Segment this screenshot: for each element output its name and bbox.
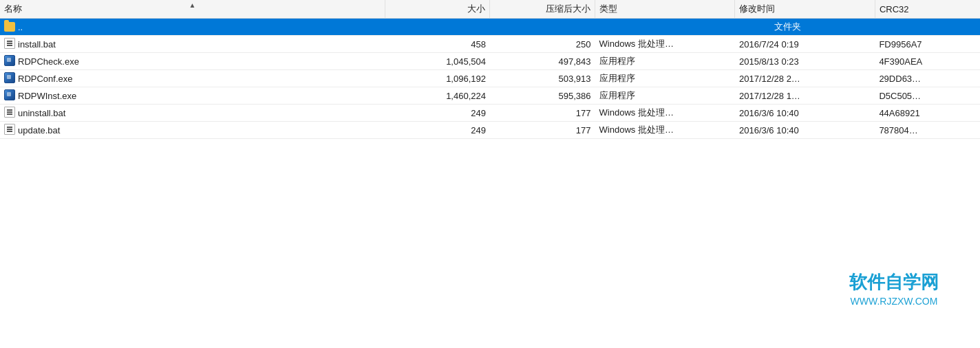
cell-type: 应用程序: [595, 87, 735, 105]
cell-type: Windows 批处理…: [595, 122, 735, 139]
file-list: ..文件夹install.bat458250Windows 批处理…2016/7…: [0, 19, 980, 139]
cell-crc: D5C505…: [875, 87, 980, 105]
col-header-size[interactable]: 大小: [385, 0, 490, 19]
cell-size: 1,460,224: [385, 87, 490, 105]
cell-name: RDPConf.exe: [0, 70, 385, 87]
cell-name: RDPCheck.exe: [0, 53, 385, 70]
cell-name: RDPWInst.exe: [0, 87, 385, 105]
table-row[interactable]: RDPWInst.exe1,460,224595,386应用程序2017/12/…: [0, 87, 980, 105]
cell-mtime: 2016/7/24 0:19: [735, 36, 875, 53]
table-row[interactable]: RDPConf.exe1,096,192503,913应用程序2017/12/2…: [0, 70, 980, 87]
bat-icon: [4, 107, 15, 118]
cell-mtime: 2016/3/6 10:40: [735, 105, 875, 122]
exe-icon: [4, 55, 15, 66]
cell-crc: FD9956A7: [875, 36, 980, 53]
cell-csize: 497,843: [490, 53, 595, 70]
cell-csize: 503,913: [490, 70, 595, 87]
cell-size: 458: [385, 36, 490, 53]
file-name: RDPCheck.exe: [18, 56, 79, 67]
cell-crc: 29DD63…: [875, 70, 980, 87]
bat-icon: [4, 124, 15, 135]
file-name: ..: [18, 22, 23, 32]
cell-csize: 595,386: [490, 87, 595, 105]
cell-type: 文件夹: [595, 19, 980, 36]
cell-name: uninstall.bat: [0, 105, 385, 122]
table-row[interactable]: ..文件夹: [0, 19, 980, 36]
cell-mtime: 2016/3/6 10:40: [735, 122, 875, 139]
cell-size: 249: [385, 122, 490, 139]
cell-csize: 250: [490, 36, 595, 53]
exe-icon: [4, 72, 15, 83]
file-name: uninstall.bat: [18, 108, 65, 118]
table-header: 名称 ▲ 大小 压缩后大小 类型 修改时间 CRC32: [0, 0, 980, 19]
cell-mtime: 2015/8/13 0:23: [735, 53, 875, 70]
cell-crc: 787804…: [875, 122, 980, 139]
watermark-url: WWW.RJZXW.COM: [849, 296, 939, 307]
table-row[interactable]: update.bat249177Windows 批处理…2016/3/6 10:…: [0, 122, 980, 139]
col-header-type[interactable]: 类型: [595, 0, 735, 19]
cell-name: install.bat: [0, 36, 385, 53]
cell-type: 应用程序: [595, 53, 735, 70]
bat-icon: [4, 38, 15, 49]
cell-crc: 4F390AEA: [875, 53, 980, 70]
cell-crc: 44A68921: [875, 105, 980, 122]
watermark: 软件自学网 WWW.RJZXW.COM: [849, 270, 939, 307]
file-name: RDPWInst.exe: [18, 91, 76, 101]
col-header-csize[interactable]: 压缩后大小: [490, 0, 595, 19]
cell-csize: 177: [490, 122, 595, 139]
cell-type: Windows 批处理…: [595, 36, 735, 53]
cell-csize: 177: [490, 105, 595, 122]
col-header-crc[interactable]: CRC32: [875, 0, 980, 19]
table-wrapper: 名称 ▲ 大小 压缩后大小 类型 修改时间 CRC32 ..文件夹install…: [0, 0, 980, 348]
col-header-name[interactable]: 名称 ▲: [0, 0, 385, 19]
file-manager: 名称 ▲ 大小 压缩后大小 类型 修改时间 CRC32 ..文件夹install…: [0, 0, 980, 348]
cell-size: [385, 19, 490, 36]
table-row[interactable]: RDPCheck.exe1,045,504497,843应用程序2015/8/1…: [0, 53, 980, 70]
header-row: 名称 ▲ 大小 压缩后大小 类型 修改时间 CRC32: [0, 0, 980, 19]
cell-name: ..: [0, 19, 385, 36]
cell-type: 应用程序: [595, 70, 735, 87]
file-table: 名称 ▲ 大小 压缩后大小 类型 修改时间 CRC32 ..文件夹install…: [0, 0, 980, 139]
cell-mtime: 2017/12/28 2…: [735, 70, 875, 87]
cell-mtime: 2017/12/28 1…: [735, 87, 875, 105]
file-name: update.bat: [18, 125, 60, 135]
exe-icon: [4, 89, 15, 100]
cell-type: Windows 批处理…: [595, 105, 735, 122]
cell-csize: [490, 19, 595, 36]
col-header-mtime[interactable]: 修改时间: [735, 0, 875, 19]
cell-size: 249: [385, 105, 490, 122]
sort-arrow-icon: ▲: [189, 1, 196, 9]
cell-size: 1,045,504: [385, 53, 490, 70]
cell-size: 1,096,192: [385, 70, 490, 87]
table-row[interactable]: install.bat458250Windows 批处理…2016/7/24 0…: [0, 36, 980, 53]
file-name: install.bat: [18, 39, 56, 50]
folder-icon: [4, 22, 15, 32]
watermark-title: 软件自学网: [849, 270, 939, 294]
table-row[interactable]: uninstall.bat249177Windows 批处理…2016/3/6 …: [0, 105, 980, 122]
cell-name: update.bat: [0, 122, 385, 139]
file-name: RDPConf.exe: [18, 74, 72, 84]
